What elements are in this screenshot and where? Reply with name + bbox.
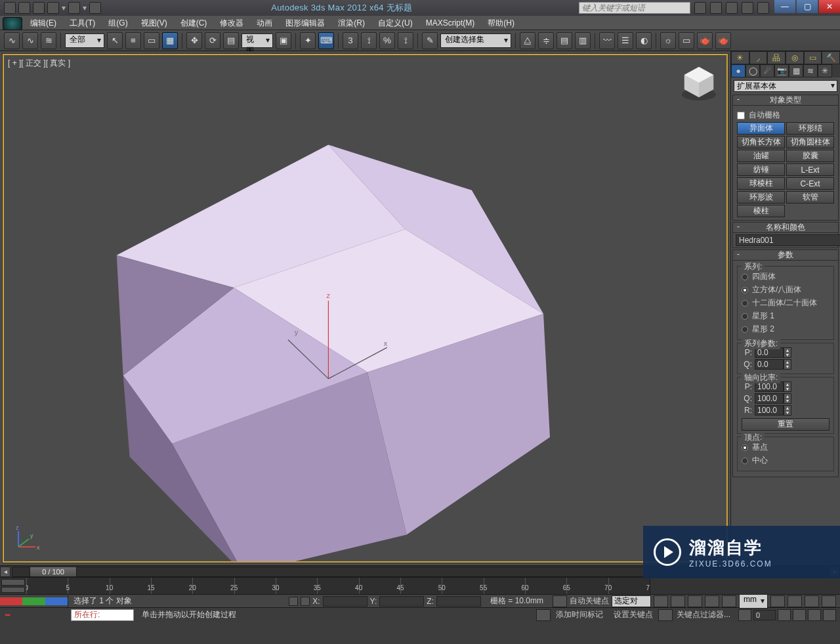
snap-3d-icon[interactable]: 3 [343, 32, 358, 49]
help-icon[interactable] [757, 2, 769, 14]
btn-gengon[interactable]: 球棱柱 [737, 177, 785, 190]
layers-icon[interactable]: ▤ [556, 32, 572, 49]
unlink-icon[interactable]: ∿ [22, 32, 38, 49]
subtab-shapes[interactable]: ◯ [746, 64, 760, 77]
menu-tools[interactable]: 工具(T) [63, 16, 102, 30]
manipulate-icon[interactable]: ✦ [300, 32, 316, 49]
menu-edit[interactable]: 编辑(E) [24, 16, 63, 30]
curve-editor-icon[interactable]: 〰 [599, 32, 615, 49]
selection-filter-dropdown[interactable]: 全部 [65, 33, 104, 48]
auto-grid-checkbox[interactable]: 自动栅格 [737, 110, 834, 121]
nav-zoom-icon[interactable] [788, 595, 802, 607]
setkey-label[interactable]: 设置关键点 [608, 609, 658, 620]
key-filters-icon[interactable] [658, 609, 673, 621]
select-by-name-icon[interactable]: ≡ [125, 32, 141, 49]
tab-display[interactable]: ▭ [804, 51, 822, 64]
object-name-input[interactable] [736, 234, 840, 246]
nav-pan-icon[interactable] [770, 595, 785, 607]
keymode-dropdown[interactable] [612, 595, 651, 607]
autokey-label[interactable]: 自动关键点 [570, 595, 609, 607]
menu-views[interactable]: 视图(V) [135, 16, 174, 30]
btn-spindle[interactable]: 纺锤 [737, 163, 785, 176]
time-slider-thumb[interactable]: 0 / 100 [30, 567, 77, 577]
spinner-snap-icon[interactable]: ⟟ [398, 32, 413, 49]
play-start-icon[interactable] [654, 595, 668, 607]
schematic-view-icon[interactable]: ☰ [618, 32, 633, 49]
viewcube[interactable] [679, 63, 719, 102]
radio-vert-base[interactable]: 基点 [742, 442, 830, 453]
qat-save-icon[interactable] [33, 2, 45, 14]
tab-motion[interactable]: ◎ [786, 51, 804, 64]
play-prev-icon[interactable] [671, 595, 685, 607]
menu-group[interactable]: 组(G) [102, 16, 134, 30]
render-prod-icon[interactable]: 🫖 [697, 32, 713, 49]
rollout-name-color-header[interactable]: 名称和颜色 [733, 223, 838, 233]
align-icon[interactable]: ≑ [538, 32, 554, 49]
keyboard-shortcut-icon[interactable]: ⌨ [318, 32, 334, 49]
play-next-icon[interactable] [705, 595, 719, 607]
tab-create[interactable]: ☀ [731, 51, 749, 64]
subscription-icon[interactable] [710, 2, 722, 14]
tab-modify[interactable]: ◞ [749, 51, 768, 64]
key-filters-label[interactable]: 关键点过滤器... [673, 609, 734, 620]
radio-cubeocta[interactable]: 立方体/八面体 [742, 284, 830, 295]
maxscript-mini-listener[interactable] [71, 609, 134, 621]
favorites-icon[interactable] [742, 2, 753, 14]
btn-cext[interactable]: C-Ext [786, 177, 834, 190]
app-logo-icon[interactable] [3, 17, 22, 30]
spinner-ar-r[interactable]: ▲▼ [755, 405, 791, 416]
pivot-center-icon[interactable]: ▣ [276, 32, 291, 49]
angle-snap-icon[interactable]: ⟟ [361, 32, 377, 49]
qat-open-icon[interactable] [18, 2, 30, 14]
btn-chamfercyl[interactable]: 切角圆柱体 [786, 136, 834, 148]
subtab-lights[interactable]: ☄ [760, 64, 774, 77]
tab-hierarchy[interactable]: 品 [767, 51, 786, 64]
qat-link-icon[interactable] [89, 2, 101, 14]
btn-lext[interactable]: L-Ext [786, 163, 834, 176]
help-search-input[interactable] [579, 2, 690, 14]
named-selection-dropdown[interactable]: 创建选择集 [440, 33, 511, 48]
subtab-geometry[interactable]: ● [731, 64, 746, 77]
qat-undo-icon[interactable] [47, 2, 59, 14]
nav-orbit-icon[interactable] [778, 609, 791, 621]
graphite-tools-icon[interactable]: ▥ [575, 32, 591, 49]
rendered-frame-icon[interactable]: ▭ [679, 32, 694, 49]
nav-fov-icon[interactable] [822, 595, 836, 607]
infocenter-search-icon[interactable] [694, 2, 706, 14]
viewport[interactable]: [ + ][ 正交 ][ 真实 ] z x y [2, 53, 728, 563]
trackbar-toggle-2-icon[interactable] [1, 587, 25, 593]
nav-max-icon[interactable] [808, 609, 821, 621]
spinner-fp-q[interactable]: ▲▼ [755, 359, 791, 370]
btn-torusknot[interactable]: 环形结 [786, 122, 834, 135]
play-end-icon[interactable] [722, 595, 736, 607]
move-icon[interactable]: ✥ [186, 32, 202, 49]
window-maximize-button[interactable]: ▢ [797, 0, 818, 13]
menu-grapheditors[interactable]: 图形编辑器 [279, 16, 331, 30]
subtab-cameras[interactable]: 📷 [774, 64, 789, 77]
time-slider-left-icon[interactable]: ◂ [0, 567, 10, 577]
spinner-ar-q[interactable]: ▲▼ [755, 393, 791, 404]
viewport-label[interactable]: [ + ][ 正交 ][ 真实 ] [8, 58, 70, 69]
mirror-icon[interactable]: ⧋ [520, 32, 536, 49]
btn-hose[interactable]: 软管 [786, 191, 834, 204]
coord-z-input[interactable] [436, 596, 481, 607]
coord-x-input[interactable] [323, 596, 368, 607]
select-object-icon[interactable]: ↖ [107, 32, 123, 49]
qat-redo-dd-icon[interactable]: ▾ [83, 3, 87, 12]
window-minimize-button[interactable]: — [774, 0, 795, 13]
render-iter-icon[interactable]: 🫖 [715, 32, 731, 49]
nav-zoom-all-icon[interactable] [805, 595, 819, 607]
lock-selection-icon[interactable] [289, 597, 298, 606]
nav-walk-icon[interactable] [793, 609, 806, 621]
subtab-helpers[interactable]: ▦ [789, 64, 803, 77]
play-play-icon[interactable] [688, 595, 702, 607]
trackbar-toggle-1-icon[interactable] [1, 579, 25, 586]
radio-star1[interactable]: 星形 1 [742, 311, 830, 322]
time-config-icon[interactable] [738, 609, 751, 621]
link-icon[interactable]: ∿ [4, 32, 20, 49]
trackbar-ruler[interactable]: 051015202530354045505560657075 [26, 578, 650, 594]
qat-undo-dd-icon[interactable]: ▾ [62, 3, 66, 12]
qat-new-icon[interactable] [4, 2, 16, 14]
btn-oiltank[interactable]: 油罐 [737, 150, 785, 162]
menu-help[interactable]: 帮助(H) [481, 16, 521, 30]
